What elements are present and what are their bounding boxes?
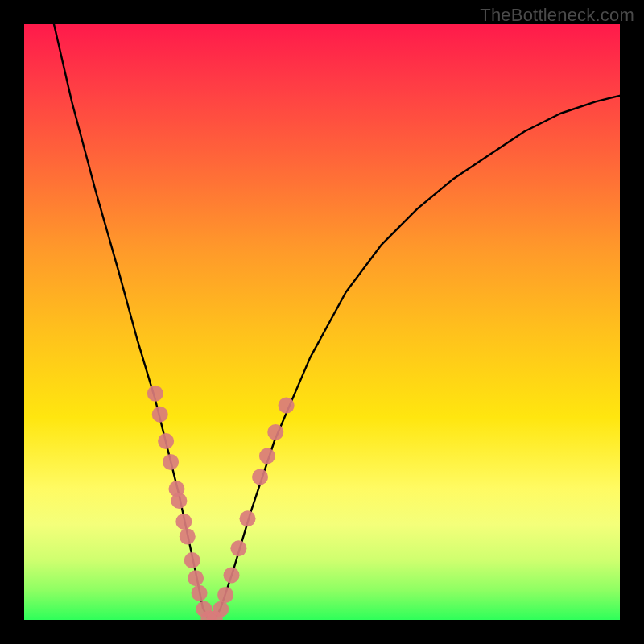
svg-point-2 bbox=[158, 433, 174, 449]
svg-point-1 bbox=[152, 407, 168, 423]
svg-point-21 bbox=[267, 424, 283, 440]
svg-point-15 bbox=[217, 587, 233, 603]
watermark-label: TheBottleneck.com bbox=[480, 5, 634, 26]
svg-point-17 bbox=[230, 540, 246, 556]
svg-point-18 bbox=[240, 510, 256, 526]
svg-point-14 bbox=[213, 601, 229, 617]
curve-layer bbox=[24, 24, 620, 620]
svg-point-5 bbox=[171, 493, 187, 509]
svg-point-19 bbox=[252, 469, 268, 485]
svg-point-10 bbox=[192, 585, 208, 601]
chart-frame: TheBottleneck.com bbox=[0, 0, 644, 644]
gradient-plot-area bbox=[24, 24, 620, 620]
svg-point-16 bbox=[224, 568, 240, 584]
svg-point-6 bbox=[175, 514, 192, 530]
svg-point-22 bbox=[279, 398, 295, 414]
svg-point-8 bbox=[184, 552, 200, 568]
salmon-dots bbox=[147, 386, 295, 620]
svg-point-7 bbox=[180, 528, 196, 544]
svg-point-9 bbox=[188, 570, 204, 586]
svg-point-3 bbox=[163, 454, 179, 470]
black-curve bbox=[54, 24, 620, 620]
svg-point-0 bbox=[147, 386, 163, 402]
svg-point-20 bbox=[259, 448, 275, 464]
